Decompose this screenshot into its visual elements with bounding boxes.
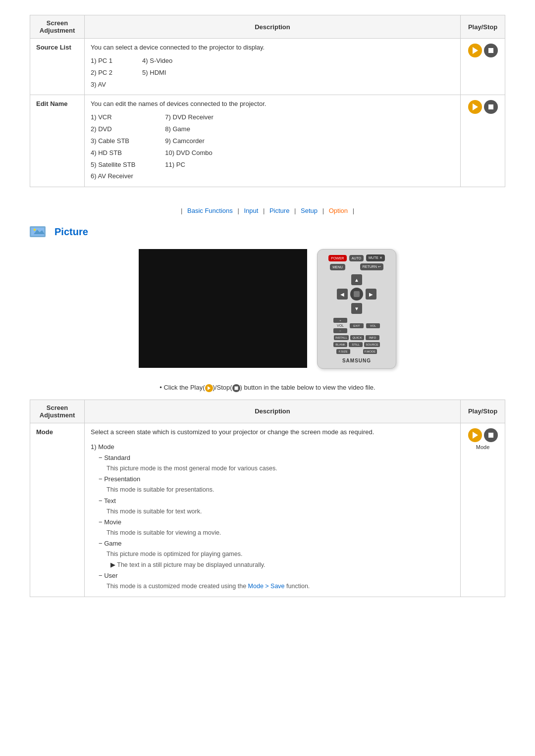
button-sub-label: Mode	[467, 444, 499, 450]
list-item: 7) DVD Receiver	[165, 112, 214, 123]
remote-power-btn[interactable]: POWER	[328, 255, 346, 261]
play-button[interactable]	[468, 428, 482, 442]
list-item: 5) HDMI	[142, 68, 172, 78]
t1-desc-1: You can edit the names of devices connec…	[85, 95, 461, 187]
dpad-left[interactable]: ◀	[337, 289, 348, 300]
mode-sub-item: − Presentation	[99, 474, 454, 485]
dpad-right[interactable]: ▶	[366, 289, 376, 300]
mode-sub-item: − Movie	[99, 517, 454, 528]
nav-option[interactable]: Option	[329, 207, 348, 214]
list-item: 1) PC 1	[91, 56, 112, 66]
mode-title: 1) Mode	[91, 442, 454, 453]
mode-group: 1) Mode− StandardThis picture mode is th…	[91, 442, 454, 592]
play-button[interactable]	[468, 44, 482, 57]
nav-setup[interactable]: Setup	[301, 207, 318, 214]
mode-sub-item: − Game	[99, 538, 454, 549]
list-item: 9) Camcorder	[165, 136, 214, 147]
stop-icon-inline	[232, 384, 240, 392]
stop-button[interactable]	[484, 428, 498, 442]
mode-note: The text in a still picture may be displ…	[110, 560, 454, 570]
list-item: 11) PC	[165, 160, 214, 170]
t1-two-col-0: 1) PC 12) PC 23) AV4) S-Video5) HDMI	[91, 56, 454, 90]
play-button[interactable]	[468, 100, 482, 114]
remote-auto-btn[interactable]: AUTO	[349, 255, 364, 261]
nav-picture[interactable]: Picture	[269, 207, 289, 214]
stop-button[interactable]	[484, 100, 498, 114]
list-item: 8) Game	[165, 124, 214, 135]
picture-title: Picture	[54, 226, 88, 238]
remote-blank-btn[interactable]: BLANK	[333, 342, 347, 347]
play-icon-inline	[205, 384, 213, 392]
dpad-center[interactable]	[350, 288, 363, 301]
nav-sep-start: |	[181, 207, 182, 214]
list-item: 4) HD STB	[91, 148, 135, 158]
remote-menu-btn[interactable]: MENU	[330, 264, 345, 270]
remote-vol-btn[interactable]: VOL	[366, 323, 380, 328]
list-item: 6) AV Receiver	[91, 171, 135, 182]
col-header-playstop: Play/Stop	[461, 15, 505, 39]
remote-still-btn[interactable]: STILL	[349, 342, 363, 347]
t1-label-0: Source List	[30, 39, 85, 95]
col2-header-description: Description	[85, 400, 461, 423]
remote-mute-btn[interactable]: MUTE ✕	[366, 254, 385, 261]
list-item: 2) DVD	[91, 124, 135, 135]
t1-two-col-1: 1) VCR2) DVD3) Cable STB4) HD STB5) Sate…	[91, 112, 454, 182]
dpad-up[interactable]: ▲	[351, 274, 362, 285]
picture-icon	[30, 224, 50, 239]
t2-label-0: Mode	[30, 423, 85, 597]
remote-dpad: ▲ ◀ ▶ ▼	[337, 274, 376, 314]
list-item: 5) Satellite STB	[91, 160, 135, 170]
mode-sub-desc-link: This mode is a customized mode created u…	[107, 581, 454, 592]
remote-return-btn[interactable]: RETURN ↩	[360, 263, 383, 270]
remote-vol-up[interactable]: +	[333, 318, 347, 323]
t1-label-1: Edit Name	[30, 95, 85, 187]
nav-basic-functions[interactable]: Basic Functions	[187, 207, 233, 214]
svg-point-3	[34, 229, 36, 231]
remote-source-btn[interactable]: SOURCE	[364, 342, 380, 347]
stop-button[interactable]	[484, 44, 498, 57]
remote-info-btn[interactable]: INFO	[366, 335, 379, 340]
t1-playstop-0	[461, 39, 505, 95]
remote-vol-down[interactable]: −	[333, 328, 347, 333]
remote-install-btn[interactable]: INSTALL	[334, 335, 349, 340]
playstop-buttons	[467, 44, 499, 57]
t1-desc-0: You can select a device connected to the…	[85, 39, 461, 95]
mode-sub-desc: This mode is suitable for viewing a movi…	[107, 528, 454, 538]
remote-fmode-btn[interactable]: F.MODE	[363, 349, 377, 354]
col-header-adjustment: Screen Adjustment	[30, 15, 85, 39]
remote-exit-btn[interactable]: EXIT	[350, 323, 364, 328]
mode-save-link[interactable]: Mode > Save	[248, 583, 285, 590]
navigation-bar: | Basic Functions | Input | Picture | Se…	[30, 207, 505, 214]
t2-playstop-0: Mode	[461, 423, 505, 597]
t1-playstop-1	[461, 95, 505, 187]
playstop-buttons	[467, 100, 499, 114]
t2-desc-0: Select a screen state which is customize…	[85, 423, 461, 597]
mode-sub-item: − Standard	[99, 453, 454, 463]
remote-quick-btn[interactable]: QUICK	[350, 335, 364, 340]
list-item: 4) S-Video	[142, 56, 172, 66]
click-instruction: • Click the Play()/Stop() button in the …	[30, 384, 505, 392]
list-item: 3) AV	[91, 80, 112, 90]
picture-section-header: Picture	[30, 224, 505, 239]
mode-sub-desc: This picture mode is the most general mo…	[107, 463, 454, 474]
mode-sub-desc: This mode is suitable for text work.	[107, 506, 454, 517]
col-header-description: Description	[85, 15, 461, 39]
mode-sub-desc: This mode is suitable for presentations.	[107, 485, 454, 495]
mode-sub-desc: This picture mode is optimized for playi…	[107, 549, 454, 559]
mode-sub-item: − User	[99, 570, 454, 581]
source-table: Screen Adjustment Description Play/Stop …	[30, 15, 505, 187]
picture-table: Screen Adjustment Description Play/Stop …	[30, 400, 505, 597]
remote-control: POWER AUTO MUTE ✕ MENU RETURN ↩ ▲ ◀ ▶ ▼ …	[317, 249, 396, 369]
nav-input[interactable]: Input	[244, 207, 258, 214]
col2-header-adjustment: Screen Adjustment	[30, 400, 85, 423]
mode-sub-item: − Text	[99, 496, 454, 506]
list-item: 2) PC 2	[91, 68, 112, 78]
list-item: 1) VCR	[91, 112, 135, 123]
playstop-buttons	[467, 428, 499, 442]
list-item: 10) DVD Combo	[165, 148, 214, 158]
list-item: 3) Cable STB	[91, 136, 135, 147]
remote-brand: SAMSUNG	[342, 358, 371, 363]
picture-area: POWER AUTO MUTE ✕ MENU RETURN ↩ ▲ ◀ ▶ ▼ …	[30, 249, 505, 369]
remote-fsize-btn[interactable]: F.SIZE	[336, 349, 350, 354]
dpad-down[interactable]: ▼	[351, 303, 362, 314]
